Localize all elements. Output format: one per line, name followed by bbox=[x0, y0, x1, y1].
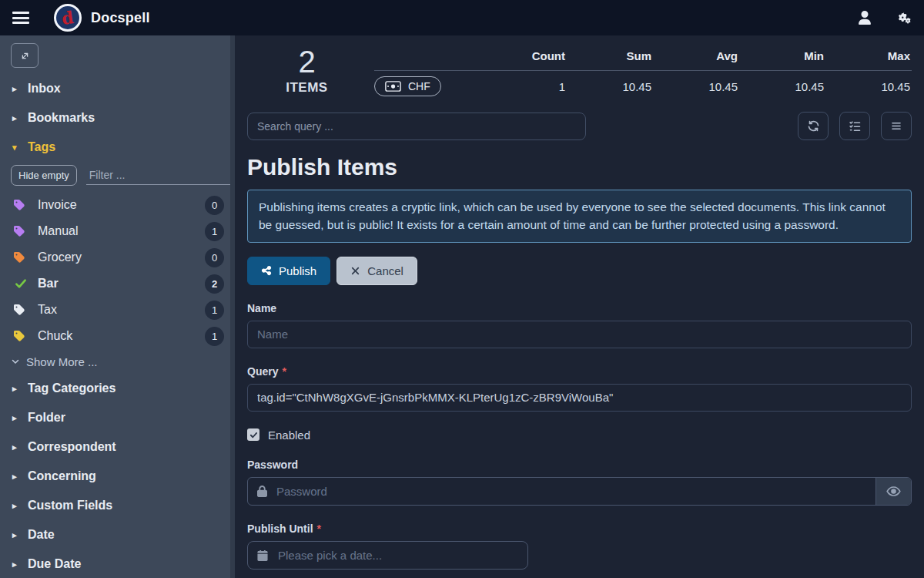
bars-icon bbox=[890, 120, 902, 132]
sidebar-item-correspondent[interactable]: ▸Correspondent bbox=[0, 432, 235, 462]
sidebar-item-due-date[interactable]: ▸Due Date bbox=[0, 549, 235, 578]
money-bill-icon bbox=[385, 81, 401, 92]
tag-count-badge: 2 bbox=[205, 274, 224, 294]
sidebar-item-tag-categories[interactable]: ▸Tag Categories bbox=[0, 374, 235, 403]
sidebar-item-custom-fields[interactable]: ▸Custom Fields bbox=[0, 491, 235, 520]
name-input[interactable] bbox=[247, 321, 912, 348]
stats-header-sum: Sum bbox=[567, 43, 653, 71]
sidebar-top-sections: ▸Inbox▸Bookmarks bbox=[0, 74, 235, 133]
sidebar-item-concerning[interactable]: ▸Concerning bbox=[0, 462, 235, 491]
tag-item-invoice[interactable]: Invoice0 bbox=[0, 192, 235, 218]
tag-count-badge: 1 bbox=[205, 301, 224, 320]
tag-item-grocery[interactable]: Grocery0 bbox=[0, 244, 235, 271]
tag-icon bbox=[14, 198, 28, 212]
tag-item-tax[interactable]: Tax1 bbox=[0, 297, 235, 323]
items-count-number: 2 bbox=[247, 45, 367, 79]
enabled-label: Enabled bbox=[268, 428, 310, 442]
tag-icon bbox=[14, 224, 28, 238]
tag-name: Manual bbox=[38, 224, 78, 238]
settings-gears-icon[interactable] bbox=[895, 10, 912, 25]
enabled-checkbox[interactable] bbox=[247, 428, 259, 441]
stats-header-min: Min bbox=[739, 43, 825, 71]
publish-until-label: Publish Until* bbox=[247, 523, 912, 535]
select-mode-button[interactable] bbox=[839, 112, 870, 140]
publish-button[interactable]: Publish bbox=[247, 257, 330, 285]
enabled-checkbox-row[interactable]: Enabled bbox=[247, 428, 912, 442]
list-check-icon bbox=[849, 119, 862, 133]
sidebar-item-tags[interactable]: ▾ Tags bbox=[0, 133, 235, 162]
required-marker: * bbox=[317, 523, 321, 535]
refresh-button[interactable] bbox=[798, 112, 829, 140]
tag-count-badge: 0 bbox=[205, 196, 224, 215]
tag-icon bbox=[14, 250, 28, 264]
tag-item-bar[interactable]: Bar2 bbox=[0, 271, 235, 297]
caret-right-icon: ▸ bbox=[12, 472, 28, 482]
search-query-input[interactable] bbox=[247, 113, 586, 140]
caret-right-icon: ▸ bbox=[12, 384, 28, 394]
tag-list: Invoice0Manual1Grocery0Bar2Tax1Chuck1 bbox=[0, 192, 235, 349]
caret-right-icon: ▸ bbox=[12, 113, 28, 123]
tag-name: Tax bbox=[38, 303, 57, 317]
publish-until-input[interactable] bbox=[276, 548, 518, 563]
calendar-icon bbox=[257, 549, 268, 561]
stats-header-count: Count bbox=[480, 43, 567, 71]
stats-value: 10.45 bbox=[653, 71, 739, 96]
hamburger-menu-icon[interactable] bbox=[12, 12, 29, 24]
main-content: 2 ITEMS CountSumAvgMinMaxCHF110.4510.451… bbox=[235, 35, 924, 578]
caret-right-icon: ▸ bbox=[12, 442, 28, 452]
sidebar-item-date[interactable]: ▸Date bbox=[0, 520, 235, 549]
eye-icon bbox=[886, 484, 901, 499]
tag-icon bbox=[14, 329, 28, 343]
publish-until-field bbox=[247, 541, 528, 570]
chevron-down-icon bbox=[11, 357, 20, 366]
tag-filter-field bbox=[86, 166, 235, 185]
sidebar-item-folder[interactable]: ▸Folder bbox=[0, 403, 235, 432]
password-label: Password bbox=[247, 459, 912, 471]
publish-info-message: Publishing items creates a cryptic link,… bbox=[247, 190, 912, 243]
sidebar-item-inbox[interactable]: ▸Inbox bbox=[0, 74, 235, 103]
docspell-logo: d bbox=[54, 4, 82, 32]
show-more-tags[interactable]: Show More ... bbox=[0, 349, 235, 374]
stats-value: 10.45 bbox=[739, 71, 825, 96]
page-title: Publish Items bbox=[247, 154, 912, 180]
toggle-password-visibility-button[interactable] bbox=[875, 478, 911, 505]
close-icon bbox=[350, 266, 360, 276]
tag-count-badge: 0 bbox=[205, 248, 224, 267]
query-input[interactable] bbox=[247, 384, 912, 412]
tag-count-badge: 1 bbox=[205, 222, 224, 241]
check-icon bbox=[14, 277, 28, 291]
currency-label: CHF bbox=[408, 80, 430, 92]
refresh-icon bbox=[807, 119, 820, 133]
tag-name: Bar bbox=[38, 277, 59, 291]
top-navbar: d Docspell bbox=[0, 0, 924, 35]
caret-right-icon: ▸ bbox=[12, 413, 28, 423]
app-title: Docspell bbox=[91, 10, 150, 26]
caret-right-icon: ▸ bbox=[12, 84, 28, 94]
user-icon[interactable] bbox=[858, 11, 872, 25]
caret-right-icon: ▸ bbox=[12, 560, 28, 570]
query-label: Query* bbox=[247, 365, 912, 378]
stats-value: 10.45 bbox=[567, 71, 653, 96]
cancel-button[interactable]: Cancel bbox=[336, 257, 417, 285]
sidebar: ▸Inbox▸Bookmarks ▾ Tags Hide empty Invoi… bbox=[0, 35, 235, 578]
name-label: Name bbox=[247, 302, 912, 314]
caret-right-icon: ▸ bbox=[12, 530, 28, 540]
required-marker: * bbox=[282, 365, 286, 378]
sidebar-item-bookmarks[interactable]: ▸Bookmarks bbox=[0, 103, 235, 133]
collapse-sidebar-button[interactable] bbox=[11, 43, 38, 68]
caret-right-icon: ▸ bbox=[12, 501, 28, 511]
sidebar-bottom-sections: ▸Tag Categories▸Folder▸Correspondent▸Con… bbox=[0, 374, 235, 578]
tag-item-manual[interactable]: Manual1 bbox=[0, 218, 235, 244]
tag-item-chuck[interactable]: Chuck1 bbox=[0, 323, 235, 349]
password-field bbox=[247, 477, 912, 506]
stats-header-avg: Avg bbox=[653, 43, 739, 71]
currency-badge[interactable]: CHF bbox=[374, 76, 441, 96]
search-icon bbox=[230, 170, 235, 180]
items-count-block: 2 ITEMS bbox=[247, 43, 367, 96]
stats-header-max: Max bbox=[825, 43, 912, 71]
password-input[interactable] bbox=[267, 478, 875, 505]
tag-filter-input[interactable] bbox=[88, 168, 230, 182]
stats-value: 10.45 bbox=[825, 71, 912, 96]
menu-button[interactable] bbox=[881, 112, 912, 140]
hide-empty-button[interactable]: Hide empty bbox=[11, 165, 77, 186]
